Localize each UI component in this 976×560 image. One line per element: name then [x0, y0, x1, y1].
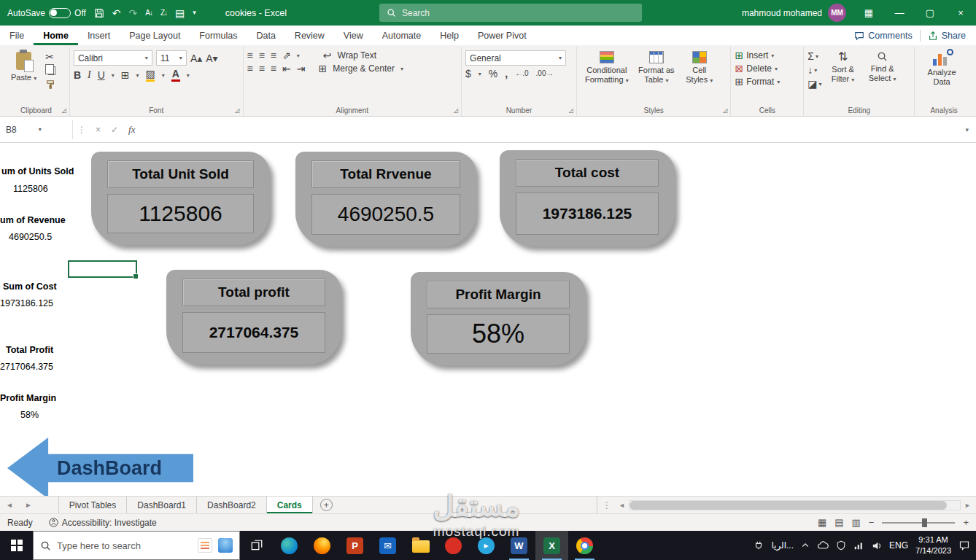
dialog-launcher-icon[interactable]: ◿: [454, 107, 458, 114]
paste-button[interactable]: Paste ▾: [7, 49, 41, 85]
mail-icon[interactable]: ✉: [371, 531, 404, 560]
scroll-left-icon[interactable]: ◄: [615, 502, 629, 509]
ribbon-display-options-icon[interactable]: ▦: [853, 0, 884, 26]
cell-styles-button[interactable]: Cell Styles ▾: [680, 49, 719, 86]
sort-descending-button[interactable]: Z↓: [160, 9, 167, 17]
align-right-icon[interactable]: ≡: [271, 63, 276, 74]
firefox-icon[interactable]: [306, 531, 338, 560]
new-sheet-button[interactable]: +: [320, 499, 333, 511]
sort-filter-button[interactable]: ⇅ Sort & Filter ▾: [825, 49, 861, 85]
action-center-icon[interactable]: [958, 540, 970, 551]
analyze-data-button[interactable]: Analyze Data: [918, 49, 965, 88]
cancel-button[interactable]: ×: [90, 125, 106, 135]
dialog-launcher-icon[interactable]: ◿: [235, 107, 239, 114]
taskbar-search-input[interactable]: [57, 540, 192, 551]
comma-format-icon[interactable]: ,: [505, 69, 508, 79]
stat-label[interactable]: Profit Margin: [0, 393, 56, 403]
maximize-button[interactable]: ▢: [915, 0, 945, 26]
tab-home[interactable]: Home: [34, 26, 78, 45]
italic-button[interactable]: I: [88, 70, 91, 80]
stat-label[interactable]: Total Profit: [6, 345, 53, 355]
fill-color-icon[interactable]: ▨: [146, 69, 155, 82]
tab-splitter-icon[interactable]: ⋮: [599, 500, 615, 510]
normal-view-button[interactable]: ▦: [818, 517, 826, 528]
font-color-icon[interactable]: A: [171, 69, 180, 82]
clear-button[interactable]: ◪▾: [807, 79, 821, 89]
bold-button[interactable]: B: [74, 70, 81, 80]
qat-customize-chevron-icon[interactable]: ▾: [193, 9, 196, 16]
sheet-tab-dashboard1[interactable]: DashBoard1: [127, 497, 197, 513]
excel-icon[interactable]: X: [535, 531, 568, 560]
tab-view[interactable]: View: [334, 26, 373, 45]
kpi-card-total-cost[interactable]: Total cost 1973186.125: [500, 150, 675, 246]
kpi-card-profit-margin[interactable]: Profit Margin 58%: [411, 272, 586, 365]
wrap-text-icon[interactable]: ↩: [323, 50, 332, 61]
font-size-select[interactable]: 11▾: [156, 50, 187, 66]
zoom-out-button[interactable]: −: [869, 517, 875, 528]
percent-format-icon[interactable]: %: [489, 69, 497, 79]
sort-ascending-button[interactable]: A↓: [145, 9, 152, 17]
powerpoint-icon[interactable]: P: [338, 531, 371, 560]
scroll-right-icon[interactable]: ►: [961, 502, 975, 509]
kpi-card-total-unit-sold[interactable]: Total Unit Sold 1125806: [91, 152, 270, 245]
stat-value[interactable]: 1125806: [13, 184, 48, 194]
decrease-indent-icon[interactable]: ⇤: [282, 63, 291, 74]
increase-indent-icon[interactable]: ⇥: [297, 63, 306, 74]
increase-font-size-icon[interactable]: A▴: [190, 53, 202, 63]
cut-icon[interactable]: ✂: [45, 52, 55, 62]
currency-format-icon[interactable]: $: [465, 69, 471, 79]
tab-power-pivot[interactable]: Power Pivot: [468, 26, 536, 45]
tab-insert[interactable]: Insert: [78, 26, 120, 45]
tab-data[interactable]: Data: [247, 26, 284, 45]
onedrive-cloud-icon[interactable]: [817, 540, 829, 551]
autosave-toggle[interactable]: AutoSave Off: [7, 8, 86, 18]
avatar[interactable]: MM: [828, 4, 846, 22]
insert-function-button[interactable]: fx: [123, 124, 140, 136]
format-as-table-button[interactable]: Format as Table ▾: [633, 49, 680, 86]
name-box[interactable]: B8 ▾: [0, 120, 73, 139]
page-layout-view-button[interactable]: ▤: [834, 517, 843, 528]
stat-value[interactable]: 2717064.375: [0, 362, 53, 372]
conditional-formatting-button[interactable]: Conditional Formatting ▾: [581, 49, 633, 86]
find-select-button[interactable]: Find & Select ▾: [864, 49, 901, 85]
kpi-card-total-revenue[interactable]: Total Rrvenue 4690250.5: [295, 152, 476, 246]
show-hidden-icons-chevron[interactable]: [801, 541, 810, 550]
close-button[interactable]: ×: [945, 0, 976, 26]
defender-shield-icon[interactable]: [836, 540, 846, 551]
tab-automate[interactable]: Automate: [373, 26, 431, 45]
comments-button[interactable]: Comments: [854, 31, 912, 41]
font-name-select[interactable]: Calibri▾: [74, 50, 152, 66]
sheet-tab-dashboard2[interactable]: DashBoard2: [197, 497, 267, 513]
share-button[interactable]: Share: [928, 31, 966, 41]
zoom-slider-thumb[interactable]: [922, 518, 927, 527]
stat-label[interactable]: Sum of Cost: [3, 281, 57, 292]
stat-value[interactable]: 1973186.125: [0, 298, 53, 308]
underline-button[interactable]: U: [98, 70, 105, 80]
worksheet[interactable]: um of Units Sold 1125806 um of Revenue 4…: [0, 143, 976, 496]
chrome-icon[interactable]: [568, 531, 601, 560]
copy-icon[interactable]: [48, 66, 55, 75]
word-icon[interactable]: W: [503, 531, 535, 560]
align-middle-icon[interactable]: ≡: [259, 50, 265, 61]
news-widget-label[interactable]: الريا...: [771, 540, 794, 551]
search-highlight-icon[interactable]: [218, 538, 233, 553]
formula-input[interactable]: [140, 120, 958, 139]
clock[interactable]: 9:31 AM7/14/2023: [915, 534, 951, 556]
search-input[interactable]: [402, 8, 635, 18]
zoom-slider[interactable]: [882, 522, 955, 524]
increase-decimal-icon[interactable]: ←.0: [515, 70, 528, 77]
delete-cells-button[interactable]: ⊠ Delete ▾: [735, 63, 799, 74]
sheet-tab-cards[interactable]: Cards: [267, 497, 313, 513]
orientation-icon[interactable]: ⇗: [282, 50, 291, 61]
telegram-icon[interactable]: ▸: [470, 531, 503, 560]
page-break-view-button[interactable]: ▥: [852, 517, 861, 528]
sheet-nav-prev-icon[interactable]: ◄: [0, 497, 19, 513]
dashboard-arrow-shape[interactable]: DashBoard: [7, 438, 193, 496]
user-name[interactable]: mahmoud mohamed: [742, 8, 822, 18]
number-format-select[interactable]: General▾: [465, 50, 566, 66]
minimize-button[interactable]: —: [884, 0, 915, 26]
horizontal-scrollbar[interactable]: [629, 500, 961, 510]
enter-button[interactable]: ✓: [106, 125, 123, 135]
undo-button[interactable]: ↶: [112, 8, 121, 18]
insert-cells-button[interactable]: ⊞ Insert ▾: [735, 50, 799, 61]
